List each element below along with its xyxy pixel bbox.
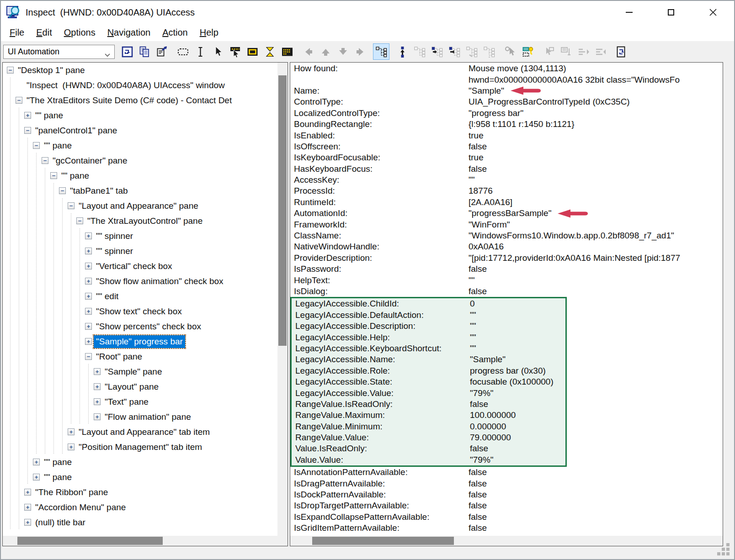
expander-box[interactable]: − [24,127,31,134]
expander-minus-icon[interactable]: − [32,138,41,153]
expander-plus-icon[interactable]: + [85,243,93,259]
tree-item-label[interactable]: "Show flow animation" check box [94,275,226,288]
tree-item-label[interactable]: "Desktop 1" pane [16,64,87,77]
tree-item-label[interactable]: "Show text" check box [94,305,184,318]
expander-box[interactable]: + [24,489,31,496]
hourglass-button[interactable] [261,43,278,60]
expander-plus-icon[interactable]: + [85,319,93,334]
expander-plus-icon[interactable]: + [32,454,41,470]
expander-box[interactable]: − [50,172,57,179]
expander-box[interactable]: + [24,112,31,119]
tree-item-label[interactable]: "tabPane1" tab [68,185,130,197]
tree-item-label[interactable]: "gcContainer" pane [50,154,130,167]
expander-plus-icon[interactable]: + [85,289,93,304]
action-values-button[interactable] [519,43,536,60]
tree-item-label[interactable]: "Show percents" check box [94,320,203,333]
tree-item-label[interactable]: "" spinner [94,245,135,258]
tree-vertical-scrollbar[interactable] [277,63,288,536]
tree-item-label[interactable]: "Sample" pane [102,365,164,378]
copy-options-button[interactable] [154,43,170,60]
nav-previous-sibling-button[interactable] [429,43,445,60]
expander-box[interactable]: + [85,248,92,254]
expander-minus-icon[interactable]: − [50,168,59,183]
expander-box[interactable]: + [94,368,101,375]
tree-item-label[interactable]: "Layout and Appearance" pane [76,200,201,212]
tree-item-label[interactable]: "" pane [59,169,91,182]
tree-item-label[interactable]: "Inspect (HWND: 0x00D40A8A) UIAccess" wi… [24,79,227,92]
expander-minus-icon[interactable]: − [85,349,93,364]
expander-plus-icon[interactable]: + [24,485,32,500]
tree-item-label[interactable]: "Flow animation" pane [102,411,193,423]
expander-plus-icon[interactable]: + [67,439,76,454]
expander-minus-icon[interactable]: − [76,213,85,228]
expander-box[interactable]: − [7,67,14,74]
expander-box[interactable]: + [85,263,92,269]
expander-plus-icon[interactable]: + [93,394,102,409]
minimize-button[interactable] [608,1,650,24]
focus-rectangle-button[interactable] [244,43,261,60]
nav-next-sibling-button[interactable] [446,43,463,60]
nav-parent-button[interactable] [394,43,410,60]
tree-item-label[interactable]: "" pane [42,471,74,484]
caret-button[interactable] [192,43,208,60]
expander-minus-icon[interactable]: − [67,198,76,213]
expander-minus-icon[interactable]: − [59,183,67,198]
expander-box[interactable]: + [68,428,75,435]
expander-plus-icon[interactable]: + [67,424,76,439]
refresh-button[interactable] [119,43,135,60]
tree-item-label[interactable]: "" edit [94,290,121,303]
tree-horizontal-scrollbar[interactable] [3,536,277,546]
tree-item-label[interactable]: (null) title bar [33,516,88,529]
expander-box[interactable]: + [85,293,92,300]
tree-item-label[interactable]: "Text" pane [102,396,151,408]
expander-box[interactable]: − [33,142,40,149]
expander-box[interactable]: − [68,202,75,209]
properties-hscroll-thumb[interactable] [312,537,454,545]
refresh-tree-button[interactable] [613,43,630,60]
tree-item-label[interactable]: "Accordion Menu" pane [33,501,128,514]
maximize-button[interactable] [650,1,692,24]
expander-box[interactable]: + [33,474,40,481]
tree-item-label[interactable]: "panelControl1" pane [33,124,119,137]
expander-box[interactable]: − [16,97,22,104]
expander-box[interactable]: + [85,232,92,239]
expander-plus-icon[interactable]: + [24,515,32,530]
tree-item-label[interactable]: "Layout" pane [102,380,161,393]
tree-item-label[interactable]: "" pane [42,456,74,469]
expander-plus-icon[interactable]: + [93,379,102,394]
tree-item-label[interactable]: "Root" pane [94,350,144,363]
copy-button[interactable] [136,43,153,60]
menu-navigation[interactable]: Navigation [101,26,157,39]
expander-box[interactable]: + [94,413,101,420]
action-invoke-button[interactable] [502,43,518,60]
expander-box[interactable]: + [24,519,31,526]
tree-item-label[interactable]: "" spinner [94,230,135,243]
expander-minus-icon[interactable]: − [15,93,24,108]
expander-minus-icon[interactable]: − [41,153,50,168]
tree-item-label-selected[interactable]: "Sample" progress bar [94,335,185,348]
expander-plus-icon[interactable]: + [93,409,102,424]
properties-horizontal-scrollbar[interactable] [290,536,723,546]
mode-select[interactable]: UI Automation [3,45,115,59]
expander-box[interactable]: − [76,217,83,224]
expander-box[interactable]: + [85,338,92,345]
close-button[interactable] [692,1,734,24]
tree-item-label[interactable]: "The XtraEditors Suite Demo (C# code) - … [24,94,234,107]
menu-options[interactable]: Options [58,26,101,39]
tree-item-label[interactable]: "Vertical" check box [94,260,175,273]
expander-box[interactable]: + [85,323,92,330]
menu-help[interactable]: Help [194,26,224,39]
menu-edit[interactable]: Edit [30,26,58,39]
expander-box[interactable]: + [85,308,92,315]
expander-plus-icon[interactable]: + [85,274,93,289]
tree-item-label[interactable]: "" pane [42,139,74,152]
resize-grip[interactable] [716,542,730,555]
expander-plus-icon[interactable]: + [85,304,93,319]
expander-box[interactable]: + [85,278,92,285]
tree-vscroll-thumb[interactable] [278,75,287,346]
selection-rectangle-button[interactable] [175,43,191,60]
expander-plus-icon[interactable]: + [32,470,41,485]
expander-plus-icon[interactable]: + [85,228,93,243]
tree-item-label[interactable]: "The XtraLayoutControl" pane [85,215,205,227]
expander-box[interactable]: + [68,444,75,450]
